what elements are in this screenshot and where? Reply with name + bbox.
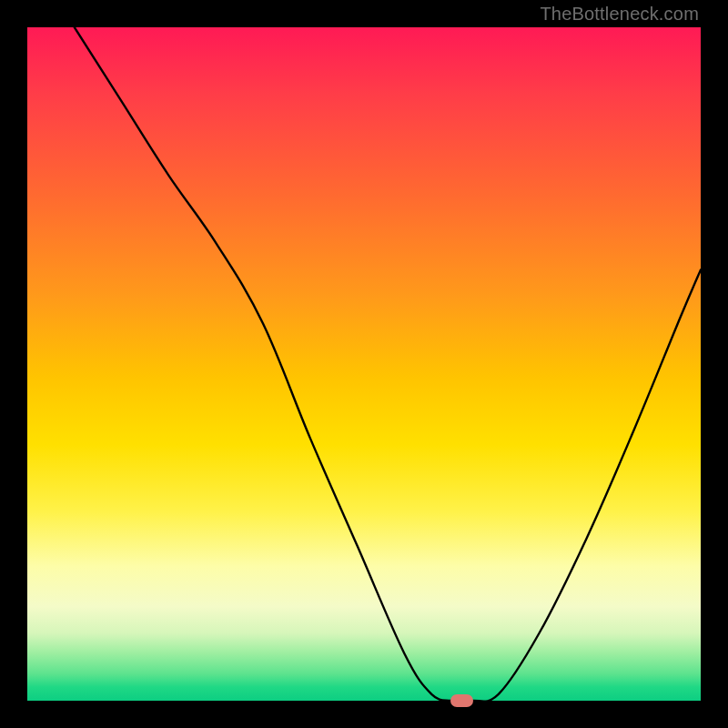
watermark-text: TheBottleneck.com (540, 4, 699, 25)
optimal-marker (450, 694, 473, 706)
plot-area (27, 27, 701, 701)
bottleneck-curve (27, 27, 701, 701)
chart-frame: TheBottleneck.com (0, 0, 728, 728)
